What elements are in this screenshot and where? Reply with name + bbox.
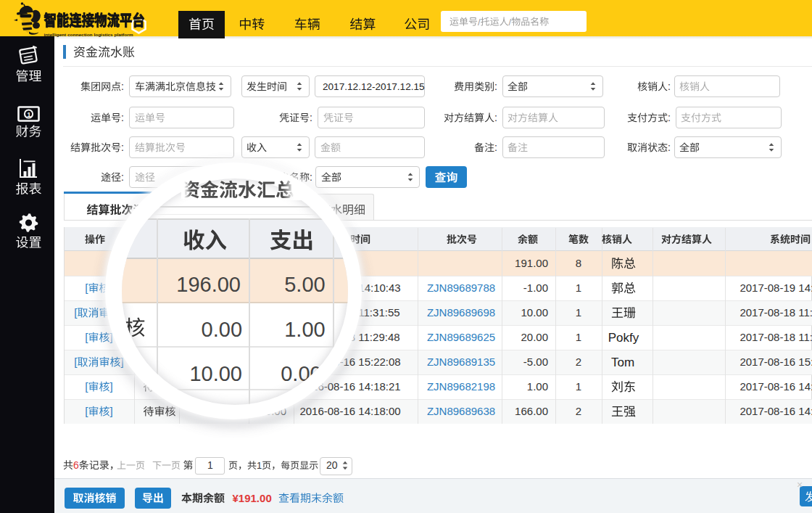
svg-text::: : — [494, 81, 497, 92]
svg-text::: : — [121, 81, 124, 92]
svg-text::: : — [121, 112, 124, 123]
svg-text::: : — [121, 171, 124, 183]
svg-text:1: 1 — [257, 460, 262, 471]
svg-text::: : — [668, 81, 671, 92]
svg-text:6: 6 — [73, 459, 79, 471]
svg-text::: : — [310, 112, 312, 123]
svg-text::: : — [310, 171, 312, 183]
svg-text::: : — [668, 141, 671, 153]
svg-text::: : — [121, 141, 124, 153]
svg-text::: : — [494, 141, 497, 153]
svg-text::: : — [494, 112, 497, 123]
svg-text::: : — [668, 112, 671, 123]
